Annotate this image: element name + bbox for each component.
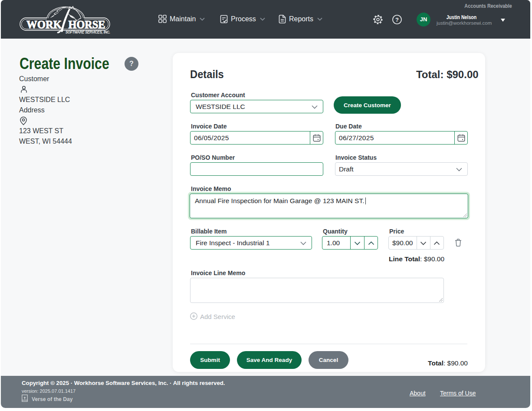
svg-text:HORSE: HORSE	[69, 18, 105, 31]
svg-text:SOFTWARE SERVICES, INC.: SOFTWARE SERVICES, INC.	[66, 30, 110, 34]
svg-text:WORK: WORK	[26, 18, 62, 31]
svg-text:?: ?	[395, 16, 399, 23]
